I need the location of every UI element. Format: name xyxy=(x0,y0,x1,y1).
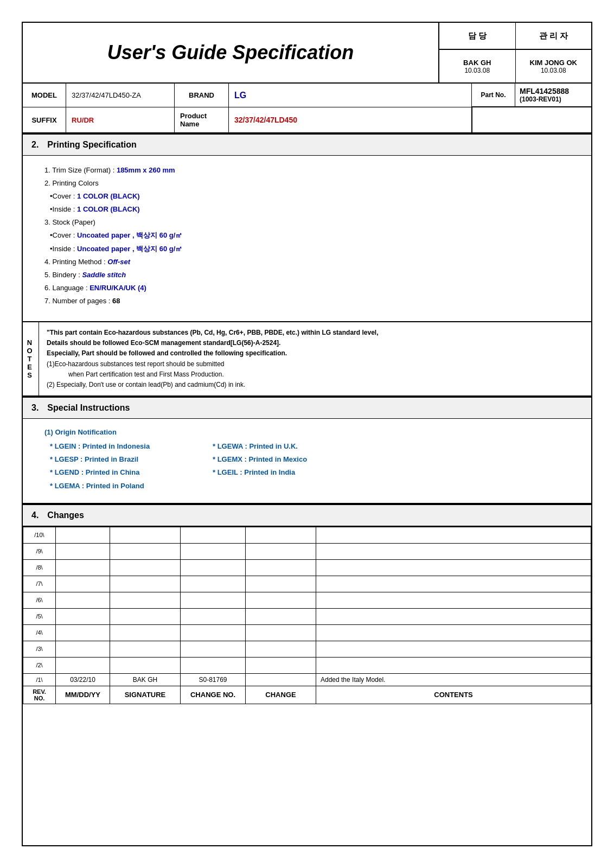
part-no-number: MFL41425888 xyxy=(520,87,587,95)
footer-rev: REV.NO. xyxy=(23,686,56,704)
spec-item-9: 5. Bindery : Saddle stitch xyxy=(44,269,570,281)
footer-signature: SIGNATURE xyxy=(110,686,181,704)
person1-name: BAK GH xyxy=(463,59,491,67)
header-persons: BAK GH 10.03.08 KIM JONG OK 10.03.08 xyxy=(439,50,591,82)
origin-lgewa: * LGEWA : Printed in U.K. xyxy=(213,441,364,452)
part-no-label-row: Part No. MFL41425888 (1003-REV01) xyxy=(472,84,591,107)
spec-item-8: 4. Printing Method : Off-set xyxy=(44,256,570,268)
rev-2: /2\ xyxy=(23,657,56,673)
origin-lgeil: * LGEIL : Printed in India xyxy=(213,467,364,478)
rev-3: /3\ xyxy=(23,641,56,657)
rev-6: /6\ xyxy=(23,592,56,608)
section4: 4. Changes /10\ /9\ xyxy=(23,504,591,704)
origin-lgesp: * LGESP : Printed in Brazil xyxy=(50,454,202,465)
spec-item-10: 6. Language : EN/RU/KA/UK (4) xyxy=(44,282,570,294)
suffix-label: SUFFIX xyxy=(23,107,66,132)
part-no-value: MFL41425888 (1003-REV01) xyxy=(515,84,591,106)
notes-line-1: "This part contain Eco-hazardous substan… xyxy=(47,328,584,338)
section2-title: Printing Specification xyxy=(47,140,136,150)
row1-date: 03/22/10 xyxy=(56,673,110,686)
origin-lgend: * LGEND : Printed in China xyxy=(50,467,202,478)
section4-num: 4. xyxy=(31,510,39,520)
product-name-label: Product Name xyxy=(175,107,229,132)
origin-lgemx: * LGEMX : Printed in Mexico xyxy=(213,454,364,465)
section4-title: Changes xyxy=(47,510,84,520)
footer-date: MM/DD/YY xyxy=(56,686,110,704)
model-value-text: 32/37/42/47LD450-ZA xyxy=(72,91,141,99)
section2-header: 2. Printing Specification xyxy=(23,133,591,156)
spec-item-11: 7. Number of pages : 68 xyxy=(44,295,570,307)
page-title: User's Guide Specification xyxy=(107,41,354,64)
spec-item-5: 3. Stock (Paper) xyxy=(44,216,570,228)
col1-label: 담 당 xyxy=(439,23,516,49)
table-row-5: /5\ xyxy=(23,608,591,624)
table-row-4: /4\ xyxy=(23,624,591,641)
notes-content: "This part contain Eco-hazardous substan… xyxy=(39,322,591,395)
footer-contents: CONTENTS xyxy=(316,686,591,704)
notes-line-5: when Part certification test and First M… xyxy=(68,369,584,380)
footer-change: CHANGE xyxy=(246,686,316,704)
part-no-empty xyxy=(472,107,591,132)
model-label: MODEL xyxy=(23,84,66,107)
section3-num: 3. xyxy=(31,403,39,413)
origin-title: (1) Origin Notification xyxy=(44,426,570,438)
table-row-10: /10\ xyxy=(23,527,591,543)
row1-change xyxy=(246,673,316,686)
model-row: MODEL 32/37/42/47LD450-ZA BRAND LG Part … xyxy=(23,84,591,107)
table-row-9: /9\ xyxy=(23,543,591,559)
person2-date: 10.03.08 xyxy=(541,67,566,74)
notes-line-3: Especially, Part should be followed and … xyxy=(47,348,584,359)
row1-change-no: S0-81769 xyxy=(181,673,246,686)
brand-value: LG xyxy=(229,84,472,107)
footer-change-no: CHANGE NO. xyxy=(181,686,246,704)
part-no-area: Part No. MFL41425888 (1003-REV01) xyxy=(472,84,591,107)
printing-spec-content: 1. Trim Size (Format) : 185mm x 260 mm 2… xyxy=(23,156,591,322)
part-no-rev: (1003-REV01) xyxy=(520,95,587,103)
spec-item-6: •Cover : Uncoated paper , 백상지 60 g/㎡ xyxy=(50,229,570,241)
table-row-2: /2\ xyxy=(23,657,591,673)
spec-item-4: •Inside : 1 COLOR (BLACK) xyxy=(50,203,570,215)
person2-name: KIM JONG OK xyxy=(530,59,577,67)
person2-cell: KIM JONG OK 10.03.08 xyxy=(516,50,592,82)
spec-item-3: •Cover : 1 COLOR (BLACK) xyxy=(50,190,570,202)
brand-label: BRAND xyxy=(175,84,229,107)
notes-line-4: (1)Eco-hazardous substances test report … xyxy=(47,359,584,369)
model-section: MODEL 32/37/42/47LD450-ZA BRAND LG Part … xyxy=(23,84,591,133)
section3-title: Special Instructions xyxy=(47,403,130,413)
product-name-value: 32/37/42/47LD450 xyxy=(229,107,472,132)
spec-item-1: 1. Trim Size (Format) : 185mm x 260 mm xyxy=(44,164,570,176)
table-row-1: /1\ 03/22/10 BAK GH S0-81769 Added the I… xyxy=(23,673,591,686)
rev-9: /9\ xyxy=(23,543,56,559)
header-row: User's Guide Specification 담 당 관 리 자 BAK… xyxy=(23,23,591,84)
suffix-row: SUFFIX RU/DR Product Name 32/37/42/47LD4… xyxy=(23,107,591,132)
origin-lgein: * LGEIN : Printed in Indonesia xyxy=(50,441,202,452)
section2-num: 2. xyxy=(31,140,39,150)
suffix-value-text: RU/DR xyxy=(72,116,94,124)
title-area: User's Guide Specification xyxy=(23,23,439,82)
rev-1: /1\ xyxy=(23,673,56,686)
model-value: 32/37/42/47LD450-ZA xyxy=(66,84,175,107)
header-labels: 담 당 관 리 자 xyxy=(439,23,591,50)
rev-10: /10\ xyxy=(23,527,56,543)
table-footer-row: REV.NO. MM/DD/YY SIGNATURE CHANGE NO. CH… xyxy=(23,686,591,704)
spec-item-2: 2. Printing Colors xyxy=(44,177,570,189)
notes-line-2: Details should be followed Eco-SCM manag… xyxy=(47,338,584,348)
table-row-3: /3\ xyxy=(23,641,591,657)
origin-lgema: * LGEMA : Printed in Poland xyxy=(50,480,202,492)
header-right: 담 당 관 리 자 BAK GH 10.03.08 KIM JONG OK 10… xyxy=(439,23,591,82)
suffix-value: RU/DR xyxy=(66,107,175,132)
col2-label: 관 리 자 xyxy=(516,23,592,49)
notes-line-6: (2) Especially, Don't use or contain lea… xyxy=(47,380,584,390)
table-row-6: /6\ xyxy=(23,592,591,608)
rev-4: /4\ xyxy=(23,624,56,641)
rev-5: /5\ xyxy=(23,608,56,624)
table-row-7: /7\ xyxy=(23,576,591,592)
spec-item-7: •Inside : Uncoated paper , 백상지 60 g/㎡ xyxy=(50,243,570,255)
part-no-label: Part No. xyxy=(472,84,515,106)
special-instr-content: (1) Origin Notification * LGEIN : Printe… xyxy=(23,419,591,503)
section4-header: 4. Changes xyxy=(23,504,591,527)
table-row-8: /8\ xyxy=(23,559,591,576)
rev-8: /8\ xyxy=(23,559,56,576)
row1-signature: BAK GH xyxy=(110,673,181,686)
row1-contents: Added the Italy Model. xyxy=(316,673,591,686)
